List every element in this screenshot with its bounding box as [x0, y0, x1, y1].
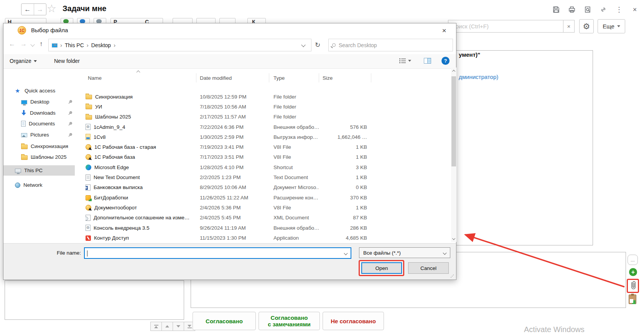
file-type: File folder — [273, 112, 319, 122]
file-row[interactable]: Контур Доступ11/15/2023 1:30 PMApplicati… — [80, 233, 370, 243]
sidebar-item-network[interactable]: Network — [3, 180, 75, 190]
dialog-search-input[interactable] — [339, 42, 449, 48]
header-actions: ⋮ × — [552, 6, 639, 13]
file-row[interactable]: 1С Рабочая база - старая7/19/2023 3:41 P… — [80, 142, 370, 152]
breadcrumb-this-pc[interactable]: This PC — [65, 42, 84, 48]
move-down-button[interactable] — [173, 322, 184, 331]
recent-locations-chevron[interactable] — [30, 42, 35, 46]
folder-file-icon — [86, 95, 92, 99]
organize-button[interactable]: Organize — [10, 58, 37, 64]
resize-grip[interactable] — [451, 275, 454, 278]
file-row[interactable]: Синхронизация10/8/2025 12:59 PMFile fold… — [80, 92, 370, 102]
file-row[interactable]: Microsoft Edge1/28/2025 4:10 PMShortcut3… — [80, 162, 370, 172]
sidebar-item-this-pc[interactable]: This PC — [3, 165, 75, 176]
save-icon[interactable] — [552, 6, 560, 13]
file-row[interactable]: БитДоработки11/26/2025 11:22 AMРасширени… — [80, 193, 370, 202]
dialog-toolbar: Organize New folder ? — [3, 54, 456, 69]
move-up-button[interactable] — [161, 322, 173, 331]
scroll-up-button[interactable] — [451, 67, 456, 74]
sidebar-item-шаблоны-2025[interactable]: Шаблоны 2025 — [3, 152, 75, 162]
sidebar-item-label: Network — [23, 182, 43, 188]
window-close-icon[interactable]: × — [631, 6, 639, 13]
sidebar-item-downloads[interactable]: Downloads — [3, 108, 75, 118]
new-folder-button[interactable]: New folder — [54, 58, 80, 64]
sidebar-item-quick-access[interactable]: ★Quick access — [3, 86, 75, 96]
file-date: 2/4/2026 5:36 PM — [200, 202, 241, 212]
settings-gear-button[interactable]: ⚙ — [579, 19, 594, 33]
file-row[interactable]: УИ7/18/2025 10:56 AMFile folder — [80, 102, 370, 112]
add-attachment-button[interactable]: + — [629, 268, 637, 276]
scroll-down-button[interactable] — [451, 235, 456, 242]
column-header-name[interactable]: Name — [88, 75, 102, 81]
file-date: 7/18/2025 10:56 AM — [200, 102, 246, 112]
comment-expand-button[interactable]: ... — [628, 255, 638, 265]
favorite-star-icon[interactable]: ☆ — [47, 2, 56, 15]
scrollbar-thumb[interactable] — [451, 76, 456, 166]
network-icon — [15, 183, 20, 188]
dialog-back-button[interactable]: ← — [9, 40, 15, 48]
sidebar-item-синхронизация[interactable]: Синхронизация — [3, 141, 75, 151]
sidebar-item-label: Quick access — [25, 88, 55, 94]
column-header-date[interactable]: Date modified — [200, 75, 232, 81]
sidebar-item-desktop[interactable]: Desktop — [3, 97, 75, 107]
file-row[interactable]: Банковская выписка8/29/2025 10:06 AMДоку… — [80, 183, 370, 193]
gear-icon: ⚙ — [583, 22, 590, 31]
file-name-label: File name: — [34, 250, 81, 256]
move-top-button[interactable] — [150, 322, 162, 331]
dialog-forward-button[interactable]: → — [20, 40, 27, 48]
file-name-input[interactable] — [85, 250, 344, 256]
file-row[interactable]: New Text Document2/2/2025 1:23 PMText Do… — [80, 172, 370, 182]
breadcrumb-desktop[interactable]: Desktop — [91, 42, 111, 48]
file-row[interactable]: Консоль внедренца 3.59/26/2024 11:19 AMВ… — [80, 223, 370, 233]
author-link-fragment[interactable]: дминистратор) — [459, 74, 498, 80]
forward-button[interactable]: → — [34, 4, 46, 15]
file-date: 7/19/2023 3:41 PM — [200, 142, 244, 152]
file-row[interactable]: 1cAdmin_9_47/22/2024 6:36 PMВнешняя обра… — [80, 122, 370, 132]
refresh-icon[interactable]: ↻ — [315, 41, 320, 49]
dialog-close-icon[interactable]: × — [437, 26, 451, 36]
search-clear-icon[interactable]: × — [563, 20, 574, 32]
paste-clipboard-button[interactable] — [629, 295, 636, 304]
print-icon[interactable] — [568, 6, 576, 13]
preview-icon[interactable] — [584, 6, 591, 13]
file-name: Синхронизация — [95, 94, 133, 100]
word-file-icon — [86, 184, 91, 191]
more-button[interactable]: Еще — [598, 19, 625, 33]
folder-icon — [21, 145, 28, 149]
sort-ascending-chevron[interactable] — [137, 71, 140, 74]
file-row[interactable]: Документооборот2/4/2026 5:36 PMV8I File1… — [80, 202, 370, 212]
help-button[interactable]: ? — [441, 57, 450, 65]
column-header-size[interactable]: Size — [323, 75, 333, 81]
sidebar-item-label: Documents — [29, 121, 55, 127]
file-name: Банковская выписка — [94, 184, 143, 190]
search-input[interactable] — [448, 20, 563, 32]
column-header-type[interactable]: Type — [273, 75, 285, 81]
open-button[interactable]: Open — [361, 262, 402, 274]
approve-with-remarks-button[interactable]: Согласованос замечаниями — [259, 312, 320, 330]
sidebar-item-pictures[interactable]: Pictures — [3, 130, 75, 140]
list-scrollbar[interactable] — [451, 67, 456, 242]
file-type-select[interactable]: Все файлы (*.*) — [359, 247, 450, 258]
reject-button[interactable]: Не согласовано — [323, 312, 384, 330]
file-row[interactable]: Дополнительное соглашение на изме…2/4/20… — [80, 213, 370, 223]
file-row[interactable]: 1С Рабочая база7/17/2023 3:51 PMV8I File… — [80, 152, 370, 162]
back-button[interactable]: ← — [21, 4, 34, 15]
link-icon[interactable] — [600, 6, 607, 13]
quick-access-star-icon: ★ — [15, 88, 21, 94]
attach-file-button[interactable] — [629, 280, 637, 291]
download-arrow-icon — [21, 110, 27, 116]
chevron-down-icon — [408, 60, 411, 62]
cancel-button[interactable]: Cancel — [408, 262, 449, 274]
preview-pane-button[interactable] — [424, 58, 431, 64]
file-date: 8/29/2025 10:06 AM — [200, 183, 246, 193]
file-row[interactable]: Шаблоны 20252/17/2025 11:57 AMFile folde… — [80, 112, 370, 122]
change-view-button[interactable] — [399, 58, 411, 63]
approve-button[interactable]: Согласовано — [193, 312, 256, 330]
sidebar-item-documents[interactable]: Documents — [3, 118, 75, 129]
more-menu-icon[interactable]: ⋮ — [615, 6, 623, 13]
file-date: 2/4/2025 5:45 PM — [200, 213, 241, 223]
up-button[interactable]: ↑ — [40, 40, 43, 48]
picture-icon — [21, 133, 27, 137]
file-row[interactable]: 1Cv81/30/2025 2:59 PMВыгрузка инфор…1,66… — [80, 132, 370, 142]
file-type: File folder — [273, 92, 319, 102]
